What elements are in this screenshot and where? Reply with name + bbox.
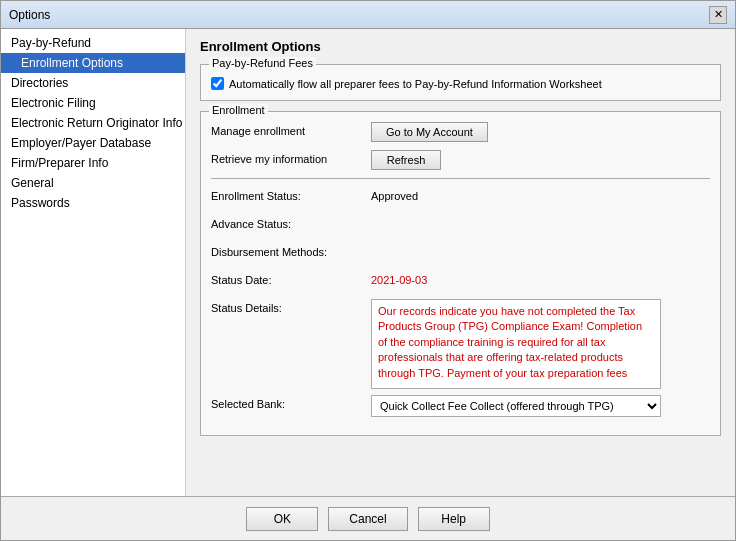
ok-button[interactable]: OK [246, 507, 318, 531]
pay-by-refund-fees-label: Pay-by-Refund Fees [209, 57, 316, 69]
status-date-value: 2021-09-03 [371, 271, 427, 286]
go-to-account-button[interactable]: Go to My Account [371, 122, 488, 142]
manage-enrollment-label: Manage enrollment [211, 122, 371, 137]
window-content: Pay-by-RefundEnrollment OptionsDirectori… [1, 29, 735, 496]
sidebar-item-employer-payer-database[interactable]: Employer/Payer Database [1, 133, 185, 153]
selected-bank-dropdown[interactable]: Quick Collect Fee Collect (offered throu… [371, 395, 661, 417]
status-date-row: Status Date: 2021-09-03 [211, 271, 710, 293]
sidebar-item-firm-preparer-info[interactable]: Firm/Preparer Info [1, 153, 185, 173]
retrieve-info-row: Retrieve my information Refresh [211, 150, 710, 172]
sidebar-item-pay-by-refund[interactable]: Pay-by-Refund [1, 33, 185, 53]
close-button[interactable]: ✕ [709, 6, 727, 24]
sidebar-item-general[interactable]: General [1, 173, 185, 193]
status-date-label: Status Date: [211, 271, 371, 286]
sidebar-item-enrollment-options[interactable]: Enrollment Options [1, 53, 185, 73]
sidebar-item-electronic-filing[interactable]: Electronic Filing [1, 93, 185, 113]
disbursement-methods-label: Disbursement Methods: [211, 243, 371, 258]
status-details-label: Status Details: [211, 299, 371, 314]
section-title: Enrollment Options [200, 39, 721, 54]
status-details-wrapper: Our records indicate you have not comple… [371, 299, 661, 389]
enrollment-group-label: Enrollment [209, 104, 268, 116]
selected-bank-label: Selected Bank: [211, 395, 371, 410]
cancel-button[interactable]: Cancel [328, 507, 407, 531]
footer: OK Cancel Help [1, 496, 735, 540]
selected-bank-row: Selected Bank: Quick Collect Fee Collect… [211, 395, 710, 417]
title-bar: Options ✕ [1, 1, 735, 29]
status-details-text[interactable]: Our records indicate you have not comple… [371, 299, 661, 389]
retrieve-info-label: Retrieve my information [211, 150, 371, 165]
enrollment-group: Enrollment Manage enrollment Go to My Ac… [200, 111, 721, 436]
auto-flow-checkbox[interactable] [211, 77, 224, 90]
status-details-row: Status Details: Our records indicate you… [211, 299, 710, 389]
sidebar-item-electronic-return-originator[interactable]: Electronic Return Originator Info [1, 113, 185, 133]
advance-status-label: Advance Status: [211, 215, 371, 230]
window-title: Options [9, 8, 50, 22]
sidebar-item-passwords[interactable]: Passwords [1, 193, 185, 213]
sidebar: Pay-by-RefundEnrollment OptionsDirectori… [1, 29, 186, 496]
help-button[interactable]: Help [418, 507, 490, 531]
enrollment-status-label: Enrollment Status: [211, 187, 371, 202]
advance-status-row: Advance Status: [211, 215, 710, 237]
enrollment-status-row: Enrollment Status: Approved [211, 187, 710, 209]
sidebar-item-directories[interactable]: Directories [1, 73, 185, 93]
enrollment-status-value: Approved [371, 187, 418, 202]
refresh-button[interactable]: Refresh [371, 150, 441, 170]
options-dialog: Options ✕ Pay-by-RefundEnrollment Option… [0, 0, 736, 541]
main-content: Enrollment Options Pay-by-Refund Fees Au… [186, 29, 735, 496]
auto-flow-label: Automatically flow all preparer fees to … [229, 78, 602, 90]
pay-by-refund-fees-group: Pay-by-Refund Fees Automatically flow al… [200, 64, 721, 101]
disbursement-methods-row: Disbursement Methods: [211, 243, 710, 265]
manage-enrollment-row: Manage enrollment Go to My Account [211, 122, 710, 144]
checkbox-row: Automatically flow all preparer fees to … [211, 77, 710, 90]
